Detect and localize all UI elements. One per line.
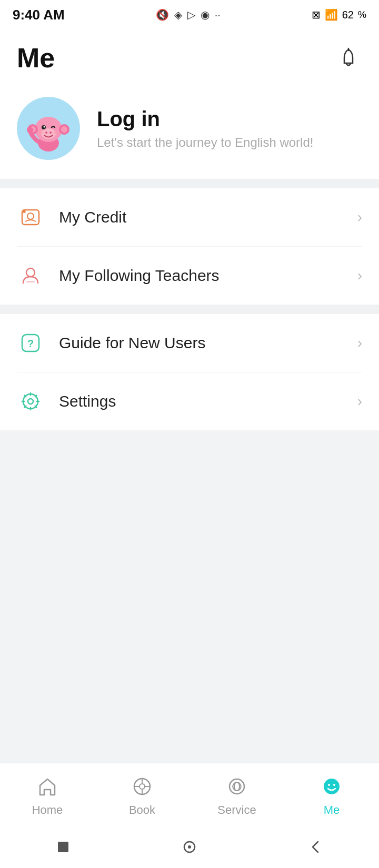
menu-item-credit[interactable]: My Credit › [0, 188, 379, 246]
avatar [17, 97, 80, 160]
svg-point-6 [61, 126, 67, 133]
nav-item-me[interactable]: Me [284, 773, 379, 817]
guide-chevron: › [357, 335, 362, 351]
service-icon [223, 773, 251, 800]
wifi-icon: 📶 [325, 8, 338, 21]
status-bar: 9:40 AM 🔇 ◈ ▷ ◉ ·· ⊠ 📶 62 % [0, 0, 379, 29]
svg-point-18 [23, 210, 26, 213]
svg-rect-44 [58, 842, 68, 852]
svg-point-16 [27, 213, 34, 219]
settings-label: Settings [59, 392, 116, 410]
section-divider-1 [0, 179, 379, 188]
svg-rect-20 [26, 281, 35, 282]
teachers-chevron: › [357, 267, 362, 284]
svg-point-34 [139, 784, 145, 789]
battery-icon: % [358, 9, 366, 21]
bottom-nav: Home Book Service [0, 763, 379, 826]
svg-point-19 [26, 268, 35, 277]
svg-point-14 [27, 127, 33, 133]
me-nav-label: Me [324, 803, 340, 817]
book-nav-label: Book [129, 803, 155, 817]
settings-chevron: › [357, 393, 362, 410]
login-title: Log in [97, 107, 313, 131]
credit-icon [17, 204, 44, 231]
content-area [0, 430, 379, 725]
system-nav-bar [0, 826, 379, 868]
status-time: 9:40 AM [13, 7, 65, 23]
nav-item-book[interactable]: Book [95, 773, 190, 817]
guide-label: Guide for New Users [59, 334, 205, 352]
nav-item-service[interactable]: Service [190, 773, 284, 817]
settings-icon [17, 388, 44, 415]
profile-info: Log in Let's start the journey to Englis… [97, 107, 313, 150]
mute-icon: 🔇 [156, 8, 169, 21]
svg-text:?: ? [27, 338, 34, 349]
menu-item-guide[interactable]: ? Guide for New Users › [0, 314, 379, 372]
svg-point-41 [324, 779, 340, 794]
dots-icon: ·· [215, 9, 221, 21]
recents-sys-btn[interactable] [176, 833, 203, 861]
profile-section[interactable]: Log in Let's start the journey to Englis… [0, 86, 379, 179]
svg-point-10 [45, 132, 47, 134]
menu-item-teachers[interactable]: My Following Teachers › [0, 247, 379, 305]
svg-point-12 [38, 131, 44, 134]
guide-icon: ? [17, 329, 44, 357]
svg-point-46 [188, 845, 191, 849]
svg-point-43 [333, 784, 335, 786]
nav-item-home[interactable]: Home [0, 773, 95, 817]
diamond-icon: ◈ [174, 8, 182, 21]
home-nav-label: Home [32, 803, 63, 817]
home-icon [34, 773, 61, 800]
credit-label: My Credit [59, 208, 126, 226]
svg-point-42 [328, 784, 330, 786]
svg-point-13 [53, 131, 58, 134]
svg-point-11 [49, 132, 52, 134]
svg-point-40 [234, 782, 240, 791]
headset-icon: ◉ [201, 8, 210, 21]
teacher-icon [17, 262, 44, 289]
svg-point-9 [44, 126, 45, 128]
book-icon [128, 773, 156, 800]
battery-x-icon: ⊠ [312, 8, 321, 21]
me-icon [318, 773, 345, 800]
svg-point-39 [230, 779, 244, 794]
back-sys-btn[interactable] [302, 833, 330, 861]
service-nav-label: Service [217, 803, 256, 817]
play-icon: ▷ [187, 8, 195, 21]
home-sys-btn[interactable] [49, 833, 77, 861]
page-title: Me [17, 42, 55, 74]
teachers-label: My Following Teachers [59, 267, 220, 285]
section-gap-1 [0, 305, 379, 314]
status-right: ⊠ 📶 62 % [312, 8, 366, 21]
menu-item-settings[interactable]: Settings › [0, 372, 379, 430]
page-header: Me [0, 29, 379, 86]
battery-level: 62 [342, 9, 354, 21]
status-icons: 🔇 ◈ ▷ ◉ ·· [156, 8, 221, 21]
notification-button[interactable] [335, 44, 362, 72]
login-subtitle: Let's start the journey to English world… [97, 135, 313, 150]
menu-section-1: My Credit › My Following Teachers › [0, 188, 379, 305]
menu-section-2: ? Guide for New Users › [0, 314, 379, 430]
credit-chevron: › [357, 209, 362, 226]
svg-point-24 [28, 399, 33, 404]
